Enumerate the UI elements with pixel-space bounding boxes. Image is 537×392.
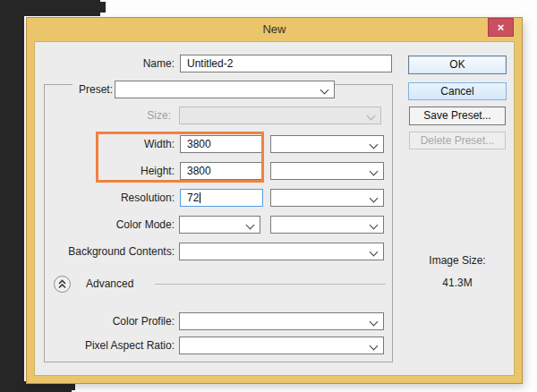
image-size-label: Image Size:	[408, 251, 507, 269]
new-document-dialog: New × Name: Untitled-2 Preset: Custom Si…	[27, 18, 522, 383]
chevron-down-icon	[370, 167, 379, 176]
desktop-top-strip	[0, 0, 100, 16]
advanced-label: Advanced	[86, 276, 184, 294]
advanced-divider	[155, 284, 386, 285]
pixel-aspect-ratio-select[interactable]: Square Pixels	[179, 337, 384, 354]
pixel-aspect-ratio-label: Pixel Aspect Ratio:	[35, 337, 175, 354]
close-icon[interactable]: ×	[488, 18, 514, 37]
chevron-down-icon	[370, 141, 379, 149]
titlebar[interactable]: New ×	[27, 18, 522, 41]
name-input[interactable]: Untitled-2	[180, 55, 392, 72]
chevron-down-icon	[370, 194, 379, 203]
resolution-label: Resolution:	[35, 189, 175, 207]
resolution-value: 72	[187, 192, 199, 204]
chevron-down-icon	[320, 86, 329, 95]
ok-button[interactable]: OK	[408, 55, 507, 74]
delete-preset-button: Delete Preset...	[409, 132, 506, 149]
color-mode-select[interactable]: RGB Color	[179, 216, 260, 234]
size-label: Size:	[35, 107, 171, 124]
dialog-content: Name: Untitled-2 Preset: Custom Size: Wi…	[34, 41, 515, 376]
image-size-value: 41.3M	[408, 274, 507, 292]
chevron-down-icon	[246, 221, 255, 230]
chevron-down-icon	[367, 112, 376, 121]
background-contents-label: Background Contents:	[35, 243, 175, 260]
chevron-down-icon	[370, 248, 379, 257]
size-select	[179, 107, 381, 124]
width-label: Width:	[35, 135, 175, 153]
background-contents-select[interactable]: White	[179, 243, 384, 260]
bit-depth-select[interactable]: 8 bit	[270, 216, 384, 234]
height-input[interactable]: 3800	[180, 162, 263, 180]
resolution-unit-select[interactable]: Pixels/Inch	[270, 189, 384, 207]
chevron-down-icon	[370, 342, 379, 351]
chevron-down-icon	[370, 318, 379, 327]
width-unit-select[interactable]: Pixels	[270, 135, 384, 153]
width-input[interactable]: 3800	[180, 135, 263, 153]
color-profile-select[interactable]: Working RGB: sRGB IEC61966-2.1	[179, 312, 384, 330]
height-unit-select[interactable]: Pixels	[270, 162, 384, 180]
advanced-collapse-button[interactable]	[54, 276, 71, 293]
color-mode-label: Color Mode:	[35, 216, 175, 234]
height-label: Height:	[35, 162, 175, 180]
preset-label: Preset:	[72, 81, 115, 98]
preset-select[interactable]: Custom	[115, 81, 335, 98]
advanced-collapse-icon	[55, 277, 70, 292]
dialog-title: New	[27, 22, 522, 36]
desktop-top-notch	[99, 2, 106, 13]
desktop-left-strip	[0, 0, 24, 392]
color-profile-label: Color Profile:	[35, 312, 175, 330]
name-label: Name:	[35, 55, 175, 72]
cancel-button[interactable]: Cancel	[408, 82, 507, 100]
chevron-down-icon	[370, 221, 379, 230]
text-caret	[200, 192, 200, 203]
save-preset-button[interactable]: Save Preset...	[409, 107, 506, 125]
resolution-input[interactable]: 72	[180, 189, 263, 207]
desktop-bottom-notch	[71, 384, 75, 390]
